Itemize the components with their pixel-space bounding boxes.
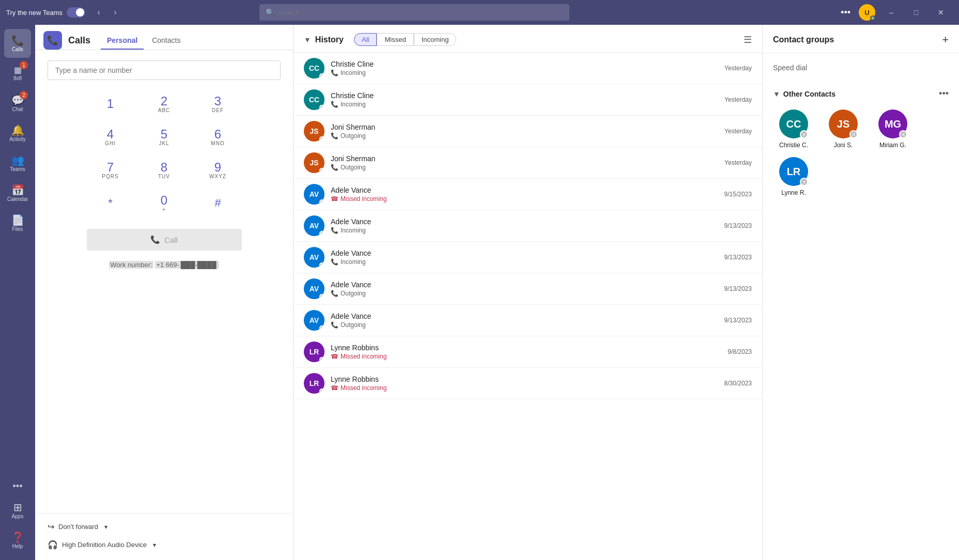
sidebar-label-help: Help bbox=[12, 543, 23, 549]
files-icon: 📄 bbox=[11, 215, 24, 225]
dial-key-4[interactable]: 4GHI bbox=[87, 123, 134, 150]
minimize-button[interactable]: – bbox=[879, 4, 903, 21]
status-dot bbox=[319, 357, 324, 362]
dial-key-6[interactable]: 6MNO bbox=[194, 123, 242, 150]
dial-key-0[interactable]: 0+ bbox=[141, 190, 188, 216]
remove-contact-badge[interactable]: ✕ bbox=[849, 130, 858, 138]
tab-contacts[interactable]: Contacts bbox=[146, 32, 187, 50]
history-item[interactable]: LR Lynne Robbins ☎ Missed incoming 8/30/… bbox=[293, 368, 762, 399]
history-item[interactable]: CC Christie Cline 📞 Incoming Yesterday bbox=[293, 53, 762, 84]
try-new-teams-toggle[interactable] bbox=[67, 7, 85, 18]
history-item[interactable]: CC Christie Cline 📞 Incoming Yesterday bbox=[293, 84, 762, 116]
forward-chevron-icon: ▾ bbox=[104, 523, 107, 531]
history-item[interactable]: AV Adele Vance 📞 Incoming 9/13/2023 bbox=[293, 210, 762, 242]
more-options-button[interactable]: ••• bbox=[837, 5, 855, 20]
dial-key-7[interactable]: 7PQRS bbox=[87, 157, 134, 183]
contacts-body: Speed dial ▼ Other Contacts ••• CC ✕ Chr… bbox=[763, 53, 959, 560]
call-type-label: Incoming bbox=[341, 258, 366, 266]
contact-card-christie[interactable]: CC ✕ Christie C. bbox=[773, 110, 814, 149]
remove-contact-badge[interactable]: ✕ bbox=[899, 130, 907, 138]
dial-key-2[interactable]: 2ABC bbox=[141, 90, 188, 117]
dial-key-8[interactable]: 8TUV bbox=[141, 157, 188, 183]
filter-incoming[interactable]: Incoming bbox=[414, 33, 457, 46]
sidebar-item-help[interactable]: ❓ Help bbox=[4, 526, 31, 555]
search-bar[interactable]: 🔍 bbox=[259, 4, 569, 21]
back-button[interactable]: ‹ bbox=[91, 5, 106, 20]
remove-contact-badge[interactable]: ✕ bbox=[800, 178, 808, 186]
history-item[interactable]: JS Joni Sherman 📞 Outgoing Yesterday bbox=[293, 147, 762, 179]
dial-key-5[interactable]: 5JKL bbox=[141, 123, 188, 150]
contact-avatar: LR bbox=[304, 341, 324, 362]
forward-button[interactable]: › bbox=[108, 5, 122, 20]
dial-key-9[interactable]: 9WXYZ bbox=[194, 157, 242, 183]
dial-key-hash[interactable]: # bbox=[194, 190, 242, 216]
call-button-label: Call bbox=[164, 236, 178, 244]
history-info: Adele Vance 📞 Incoming bbox=[331, 249, 718, 266]
dial-key-1[interactable]: 1 bbox=[87, 90, 134, 117]
calendar-icon: 📅 bbox=[11, 185, 24, 195]
history-item[interactable]: AV Adele Vance ☎ Missed incoming 9/15/20… bbox=[293, 179, 762, 210]
sidebar-item-teams[interactable]: 👥 Teams bbox=[4, 149, 31, 178]
close-button[interactable]: ✕ bbox=[929, 4, 953, 21]
history-item[interactable]: AV Adele Vance 📞 Outgoing 9/13/2023 bbox=[293, 273, 762, 305]
call-type: ☎ Missed incoming bbox=[331, 353, 721, 360]
sidebar-label-apps: Apps bbox=[12, 514, 24, 519]
contact-avatar: JS bbox=[304, 152, 324, 173]
other-contacts-header[interactable]: ▼ Other Contacts ••• bbox=[773, 86, 949, 101]
filter-all[interactable]: All bbox=[354, 33, 377, 46]
dial-key-3[interactable]: 3DEF bbox=[194, 90, 242, 117]
dial-key-star[interactable]: * bbox=[87, 190, 134, 216]
search-icon: 🔍 bbox=[266, 8, 274, 17]
audio-option[interactable]: 🎧 High Definition Audio Device ▾ bbox=[48, 538, 281, 552]
user-avatar[interactable]: U bbox=[859, 4, 875, 21]
maximize-button[interactable]: □ bbox=[904, 4, 928, 21]
history-info: Lynne Robbins ☎ Missed incoming bbox=[331, 344, 721, 360]
contact-card-lynne[interactable]: LR ✕ Lynne R. bbox=[773, 157, 814, 196]
call-button[interactable]: 📞 Call bbox=[87, 229, 242, 251]
tab-personal[interactable]: Personal bbox=[101, 32, 144, 50]
history-item[interactable]: JS Joni Sherman 📞 Outgoing Yesterday bbox=[293, 116, 762, 147]
contact-card-joni[interactable]: JS ✕ Joni S. bbox=[823, 110, 864, 149]
collapse-other-contacts-icon: ▼ bbox=[773, 90, 780, 98]
sidebar-item-calendar[interactable]: 📅 Calendar bbox=[4, 179, 31, 208]
card-name: Christie C. bbox=[779, 142, 808, 149]
call-type-label: Incoming bbox=[341, 101, 366, 108]
sidebar-item-files[interactable]: 📄 Files bbox=[4, 209, 31, 238]
collapse-history-icon[interactable]: ▼ bbox=[304, 36, 311, 44]
audio-icon: 🎧 bbox=[48, 540, 58, 550]
status-dot bbox=[319, 199, 324, 205]
filter-missed[interactable]: Missed bbox=[377, 33, 413, 46]
sidebar-item-activity[interactable]: 🔔 Activity bbox=[4, 119, 31, 148]
add-contact-group-button[interactable]: + bbox=[942, 33, 949, 46]
forward-option[interactable]: ↪ Don't forward ▾ bbox=[48, 520, 281, 534]
calls-icon: 📞 bbox=[11, 35, 24, 45]
other-contacts-menu-icon[interactable]: ••• bbox=[939, 88, 949, 99]
history-item[interactable]: AV Adele Vance 📞 Outgoing 9/13/2023 bbox=[293, 305, 762, 336]
contact-card-miriam[interactable]: MG ✕ Miriam G. bbox=[872, 110, 914, 149]
history-date: Yesterday bbox=[724, 159, 752, 166]
status-dot bbox=[319, 388, 324, 394]
sidebar-label-calls: Calls bbox=[12, 46, 23, 52]
history-date: 8/30/2023 bbox=[724, 380, 752, 387]
contact-name: Joni Sherman bbox=[331, 123, 718, 131]
activity-icon: 🔔 bbox=[11, 125, 24, 135]
titlebar-left: Try the new Teams bbox=[6, 7, 85, 18]
search-input[interactable] bbox=[279, 9, 563, 17]
history-item[interactable]: LR Lynne Robbins ☎ Missed incoming 9/8/2… bbox=[293, 336, 762, 368]
sidebar-item-8x8[interactable]: 1 ▦ 8x8 bbox=[4, 59, 31, 88]
history-item[interactable]: AV Adele Vance 📞 Incoming 9/13/2023 bbox=[293, 242, 762, 273]
sidebar-item-chat[interactable]: 2 💬 Chat bbox=[4, 89, 31, 118]
sidebar-more-button[interactable]: ••• bbox=[13, 481, 23, 492]
sort-filter-icon[interactable]: ☰ bbox=[744, 34, 752, 45]
other-contacts-label: Other Contacts bbox=[783, 90, 936, 98]
contact-name: Lynne Robbins bbox=[331, 375, 718, 383]
call-direction-icon: 📞 bbox=[331, 69, 338, 76]
card-avatar: CC ✕ bbox=[779, 110, 808, 138]
contact-avatar: CC bbox=[304, 89, 324, 110]
sidebar-item-calls[interactable]: 📞 Calls bbox=[4, 29, 31, 58]
call-type-label: Outgoing bbox=[341, 132, 366, 139]
remove-contact-badge[interactable]: ✕ bbox=[800, 130, 808, 138]
dial-input[interactable] bbox=[48, 60, 281, 80]
sidebar-item-apps[interactable]: ⊞ Apps bbox=[4, 496, 31, 525]
teams-icon: 👥 bbox=[11, 155, 24, 165]
